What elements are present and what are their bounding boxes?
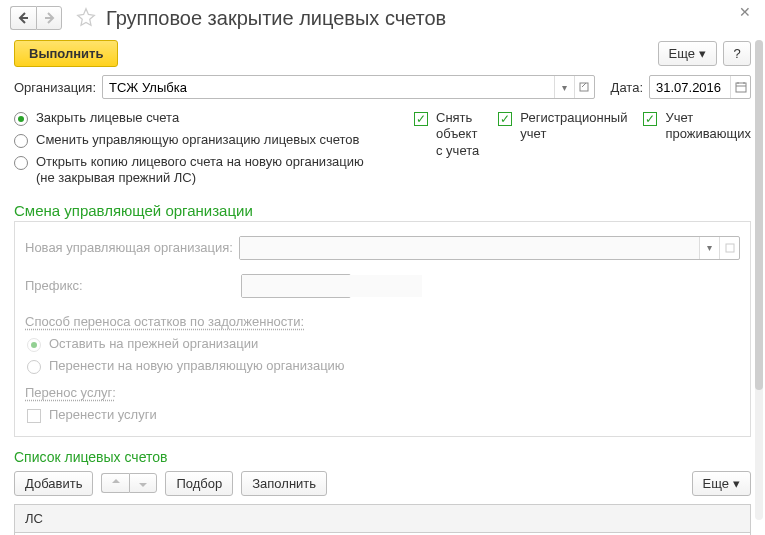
scrollbar-thumb[interactable] xyxy=(755,40,763,390)
checkbox-icon xyxy=(498,112,512,126)
date-label: Дата: xyxy=(611,80,643,95)
new-org-label: Новая управляющая организация: xyxy=(25,240,233,255)
organization-dropdown-button[interactable]: ▾ xyxy=(554,76,574,98)
checkbox-residents[interactable]: Учет проживающих xyxy=(643,107,751,190)
leave-balance-label: Оставить на прежней организации xyxy=(49,336,258,351)
radio-icon xyxy=(14,134,28,148)
move-down-button[interactable] xyxy=(129,473,157,493)
checkbox-registration[interactable]: Регистрационный учет xyxy=(498,107,627,190)
vertical-scrollbar[interactable] xyxy=(755,40,763,520)
nav-back-button[interactable] xyxy=(10,6,36,30)
date-input[interactable] xyxy=(650,76,730,98)
open-icon xyxy=(725,243,735,253)
radio-icon xyxy=(27,360,41,374)
list-more-button[interactable]: Еще ▾ xyxy=(692,471,751,496)
section-list-title: Список лицевых счетов xyxy=(0,443,765,467)
new-org-input xyxy=(240,237,699,259)
arrow-up-icon xyxy=(111,478,121,488)
radio-icon xyxy=(14,112,28,126)
add-button[interactable]: Добавить xyxy=(14,471,93,496)
svg-rect-5 xyxy=(726,244,734,252)
table-column-header[interactable]: ЛС xyxy=(15,505,750,533)
checkbox-icon xyxy=(643,112,657,126)
accounts-table: ЛС 00-000000026, Забродин Леонид Василье… xyxy=(14,504,751,536)
deregister-l1: Снять объект xyxy=(436,110,482,143)
move-up-button[interactable] xyxy=(101,473,129,493)
calendar-icon xyxy=(735,81,747,93)
registration-l1: Регистрационный xyxy=(520,110,627,126)
favorite-star-icon[interactable] xyxy=(76,7,96,30)
new-org-open-button xyxy=(719,237,739,259)
transfer-services-label: Перенести услуги xyxy=(49,407,157,422)
svg-rect-0 xyxy=(580,83,588,91)
radio-move-balance: Перенести на новую управляющую организац… xyxy=(25,355,740,377)
fill-button[interactable]: Заполнить xyxy=(241,471,327,496)
prefix-label: Префикс: xyxy=(25,278,83,293)
deregister-l2: с учета xyxy=(436,143,482,159)
more-label: Еще xyxy=(669,46,695,61)
organization-input[interactable] xyxy=(103,76,554,98)
radio-icon xyxy=(27,338,41,352)
radio-change-org[interactable]: Сменить управляющую организацию лицевых … xyxy=(14,129,414,151)
checkbox-deregister[interactable]: Снять объект с учета xyxy=(414,107,482,190)
open-icon xyxy=(579,82,589,92)
services-transfer-title: Перенос услуг: xyxy=(25,385,116,400)
list-more-label: Еще xyxy=(703,476,729,491)
new-org-dropdown-button: ▾ xyxy=(699,237,719,259)
radio-icon xyxy=(14,156,28,170)
radio-close-accounts[interactable]: Закрыть лицевые счета xyxy=(14,107,414,129)
checkbox-icon xyxy=(414,112,428,126)
move-balance-label: Перенести на новую управляющую организац… xyxy=(49,358,345,373)
radio-open-copy-l1: Открыть копию лицевого счета на новую ор… xyxy=(36,154,364,170)
radio-change-label: Сменить управляющую организацию лицевых … xyxy=(36,132,359,147)
svg-rect-1 xyxy=(736,83,746,92)
pick-button[interactable]: Подбор xyxy=(165,471,233,496)
execute-button[interactable]: Выполнить xyxy=(14,40,118,67)
organization-label: Организация: xyxy=(14,80,96,95)
close-button[interactable]: ✕ xyxy=(739,4,751,20)
residents-l2: проживающих xyxy=(665,126,751,142)
radio-open-copy[interactable]: Открыть копию лицевого счета на новую ор… xyxy=(14,151,414,190)
balance-method-title: Способ переноса остатков по задолженност… xyxy=(25,314,304,329)
checkbox-transfer-services: Перенести услуги xyxy=(25,404,740,426)
organization-open-button[interactable] xyxy=(574,76,594,98)
arrow-down-icon xyxy=(138,478,148,488)
section-change-org-title: Смена управляющей организации xyxy=(0,196,765,221)
chevron-down-icon: ▾ xyxy=(733,476,740,491)
residents-l1: Учет xyxy=(665,110,751,126)
radio-leave-balance: Оставить на прежней организации xyxy=(25,333,740,355)
help-button[interactable]: ? xyxy=(723,41,751,66)
nav-forward-button[interactable] xyxy=(36,6,62,30)
chevron-down-icon: ▾ xyxy=(699,46,706,61)
arrow-right-icon xyxy=(43,12,55,24)
registration-l2: учет xyxy=(520,126,627,142)
radio-open-copy-l2: (не закрывая прежний ЛС) xyxy=(36,170,364,186)
date-picker-button[interactable] xyxy=(730,76,750,98)
arrow-left-icon xyxy=(18,12,30,24)
more-button[interactable]: Еще ▾ xyxy=(658,41,717,66)
checkbox-icon xyxy=(27,409,41,423)
prefix-input xyxy=(242,275,422,297)
radio-close-label: Закрыть лицевые счета xyxy=(36,110,179,125)
page-title: Групповое закрытие лицевых счетов xyxy=(106,7,446,30)
